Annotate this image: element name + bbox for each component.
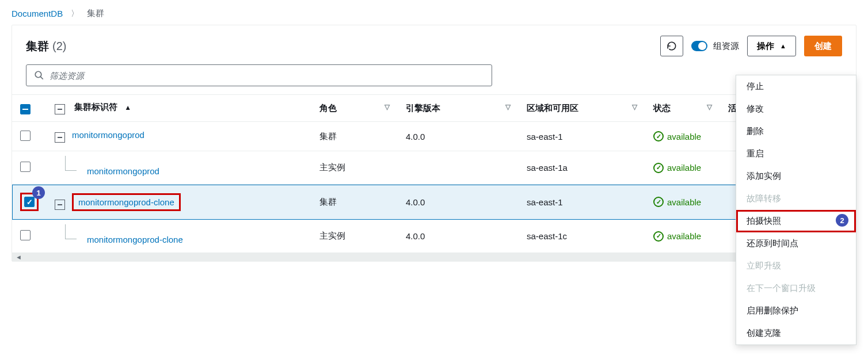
panel-header: 集群 (2) 组资源 操作 ▲ 创建 <box>12 25 856 64</box>
table-row[interactable]: 1monitormongoprod-clone集群4.0.0sa-east-1a… <box>12 185 856 220</box>
menu-item[interactable]: 添加实例 <box>736 165 856 187</box>
callout-badge: 2 <box>836 214 848 227</box>
row-checkbox[interactable] <box>20 131 31 141</box>
menu-item: 立即升级 <box>736 255 856 273</box>
col-status: 状态 <box>653 103 671 113</box>
cell-role: 主实例 <box>311 220 398 253</box>
refresh-button[interactable] <box>660 36 683 56</box>
status-text: available <box>667 231 701 241</box>
status-text: available <box>667 163 701 173</box>
table-row[interactable]: monitormongoprod集群4.0.0sa-east-1availabl… <box>12 122 856 151</box>
status-text: available <box>667 132 701 141</box>
check-circle-icon <box>653 231 664 242</box>
col-engine: 引擎版本 <box>406 103 440 113</box>
search-icon <box>34 70 44 82</box>
filter-icon[interactable]: ▽ <box>505 103 511 111</box>
group-resources-toggle[interactable]: 组资源 <box>691 41 739 52</box>
actions-dropdown: 停止修改删除重启添加实例故障转移拍摄快照2还原到时间点立即升级在下一个窗口升级启… <box>736 75 856 273</box>
menu-item: 故障转移 <box>736 187 856 210</box>
check-circle-icon <box>653 131 664 141</box>
tree-line-icon <box>65 156 77 171</box>
cell-region: sa-east-1c <box>519 220 645 253</box>
cell-engine: 4.0.0 <box>398 220 519 253</box>
callout-badge: 1 <box>32 186 45 199</box>
menu-item[interactable]: 还原到时间点 <box>736 232 856 255</box>
menu-item[interactable]: 删除 <box>736 120 856 143</box>
row-checkbox[interactable] <box>20 162 31 172</box>
filter-icon[interactable]: ▽ <box>384 103 390 111</box>
cell-role: 主实例 <box>311 151 398 185</box>
menu-item[interactable]: 重启 <box>736 143 856 165</box>
scroll-left-icon: ◄ <box>16 254 22 261</box>
cell-role: 集群 <box>311 185 398 220</box>
col-identifier: 集群标识符 <box>74 102 117 112</box>
row-checkbox[interactable] <box>24 197 35 207</box>
actions-label: 操作 <box>757 41 774 52</box>
tree-line-icon <box>65 224 77 239</box>
collapse-row-button[interactable] <box>55 200 65 210</box>
status-badge: available <box>653 197 712 207</box>
cell-engine: 4.0.0 <box>398 185 519 220</box>
menu-item[interactable]: 修改 <box>736 98 856 120</box>
cluster-link[interactable]: monitormongoprod <box>72 130 144 140</box>
actions-button[interactable]: 操作 ▲ <box>747 36 796 56</box>
cell-engine: 4.0.0 <box>398 122 519 151</box>
cell-region: sa-east-1 <box>519 185 645 220</box>
table-row[interactable]: monitormongoprod主实例sa-east-1aavailable <box>12 151 856 185</box>
cell-engine <box>398 151 519 185</box>
collapse-row-button[interactable] <box>55 132 65 143</box>
breadcrumb-root[interactable]: DocumentDB <box>12 9 63 18</box>
cluster-link[interactable]: monitormongoprod <box>87 166 159 176</box>
cluster-link[interactable]: monitormongoprod-clone <box>87 235 183 244</box>
table-wrapper: 集群标识符 ▲ 角色▽ 引擎版本▽ 区域和可用区▽ 状态▽ 活动 monitor… <box>12 94 856 261</box>
col-role: 角色 <box>319 103 337 113</box>
callout-highlight: 1 <box>20 193 39 211</box>
cell-region: sa-east-1 <box>519 122 645 151</box>
check-circle-icon <box>653 163 664 173</box>
status-badge: available <box>653 231 712 242</box>
toggle-label: 组资源 <box>713 41 739 52</box>
search-row <box>12 64 856 94</box>
filter-icon[interactable]: ▽ <box>707 103 712 111</box>
breadcrumb: DocumentDB 〉 集群 <box>0 0 868 25</box>
svg-line-1 <box>40 76 43 79</box>
row-checkbox[interactable] <box>20 230 31 240</box>
status-badge: available <box>653 131 712 141</box>
collapse-all-button[interactable] <box>55 104 65 114</box>
status-badge: available <box>653 163 712 173</box>
menu-item[interactable]: 拍摄快照2 <box>736 210 856 232</box>
cell-role: 集群 <box>311 122 398 151</box>
clusters-panel: 集群 (2) 组资源 操作 ▲ 创建 <box>12 25 856 262</box>
chevron-right-icon: 〉 <box>71 9 79 19</box>
menu-item[interactable]: 停止 <box>736 75 856 98</box>
search-input[interactable] <box>26 64 492 86</box>
title-text: 集群 <box>26 39 49 54</box>
clusters-table: 集群标识符 ▲ 角色▽ 引擎版本▽ 区域和可用区▽ 状态▽ 活动 monitor… <box>12 95 856 253</box>
filter-icon[interactable]: ▽ <box>632 103 637 111</box>
breadcrumb-current: 集群 <box>87 8 104 19</box>
col-region: 区域和可用区 <box>527 103 578 113</box>
table-row[interactable]: monitormongoprod-clone主实例4.0.0sa-east-1c… <box>12 220 856 253</box>
sort-asc-icon[interactable]: ▲ <box>124 104 131 112</box>
select-all-checkbox[interactable] <box>20 104 31 114</box>
check-circle-icon <box>653 197 664 207</box>
create-button[interactable]: 创建 <box>804 36 842 56</box>
horizontal-scrollbar[interactable]: ◄ ► <box>12 253 856 261</box>
page-title: 集群 (2) <box>26 39 66 54</box>
header-actions: 组资源 操作 ▲ 创建 <box>660 36 842 56</box>
cluster-link[interactable]: monitormongoprod-clone <box>78 197 174 207</box>
svg-point-0 <box>35 71 41 78</box>
refresh-icon <box>667 41 677 51</box>
title-count: (2) <box>52 40 66 53</box>
cell-region: sa-east-1a <box>519 151 645 185</box>
triangle-up-icon: ▲ <box>780 43 786 49</box>
callout-highlight: monitormongoprod-clone <box>72 193 181 211</box>
status-text: available <box>667 197 701 207</box>
toggle-icon <box>691 41 707 51</box>
